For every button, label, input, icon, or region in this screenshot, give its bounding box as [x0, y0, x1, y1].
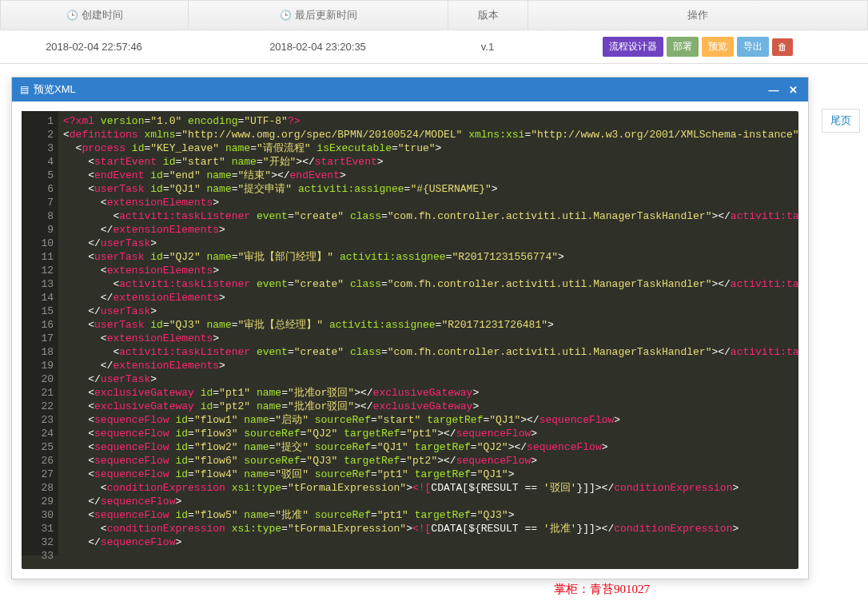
- header-version: 版本: [448, 1, 528, 30]
- cell-actions: 流程设计器 部署 预览 导出 🗑: [528, 30, 868, 63]
- header-actions: 操作: [528, 1, 867, 30]
- cell-updated: 2018-02-04 23:20:35: [188, 30, 448, 63]
- code-editor[interactable]: 1234567891011121314151617181920212223242…: [22, 111, 798, 569]
- last-page-button[interactable]: 尾页: [822, 109, 860, 133]
- preview-button[interactable]: 预览: [702, 37, 734, 57]
- code-content: <?xml version="1.0" encoding="UTF-8"?><d…: [58, 111, 798, 566]
- header-created-label: 创建时间: [82, 8, 123, 22]
- xml-preview-modal: ▤ 预览XML — ✕ 1234567891011121314151617181…: [11, 77, 809, 579]
- modal-titlebar[interactable]: ▤ 预览XML — ✕: [12, 78, 808, 102]
- deploy-button[interactable]: 部署: [667, 37, 699, 57]
- header-updated: 🕒最后更新时间: [188, 1, 448, 30]
- designer-button[interactable]: 流程设计器: [603, 37, 663, 57]
- clock-icon: 🕒: [66, 10, 78, 21]
- minimize-button[interactable]: —: [766, 83, 781, 96]
- close-button[interactable]: ✕: [786, 83, 800, 96]
- export-button[interactable]: 导出: [737, 37, 769, 57]
- watermark-text: 掌柜：青苔901027: [554, 582, 650, 597]
- pagination: 尾页: [822, 109, 860, 133]
- header-updated-label: 最后更新时间: [295, 8, 357, 22]
- header-actions-label: 操作: [687, 8, 708, 22]
- modal-body: 1234567891011121314151617181920212223242…: [12, 102, 808, 579]
- line-gutter: 1234567891011121314151617181920212223242…: [22, 111, 58, 555]
- table-row: 2018-02-04 22:57:46 2018-02-04 23:20:35 …: [0, 30, 868, 64]
- delete-button[interactable]: 🗑: [772, 38, 793, 56]
- table-header-row: 🕒创建时间 🕒最后更新时间 版本 操作: [0, 0, 868, 30]
- data-table: 🕒创建时间 🕒最后更新时间 版本 操作 2018-02-04 22:57:46 …: [0, 0, 868, 64]
- cell-created: 2018-02-04 22:57:46: [0, 30, 188, 63]
- header-version-label: 版本: [478, 8, 499, 22]
- header-created: 🕒创建时间: [0, 1, 188, 30]
- clock-icon: 🕒: [280, 10, 292, 21]
- document-icon: ▤: [20, 84, 29, 95]
- trash-icon: 🗑: [778, 42, 787, 53]
- cell-version: v.1: [448, 30, 528, 63]
- modal-title-text: 预览XML: [34, 82, 76, 97]
- code-scroll[interactable]: <?xml version="1.0" encoding="UTF-8"?><d…: [58, 111, 798, 569]
